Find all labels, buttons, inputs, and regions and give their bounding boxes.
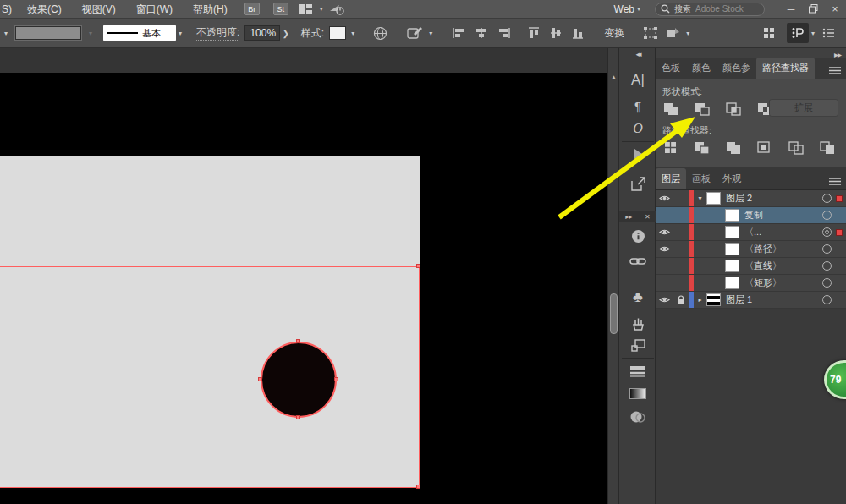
target-circle[interactable] (822, 261, 832, 271)
visibility-toggle-empty[interactable] (656, 258, 673, 274)
bounding-box-icon[interactable] (640, 23, 662, 43)
more-chevron-icon[interactable]: ▾ (686, 30, 689, 37)
visibility-toggle-empty[interactable] (656, 275, 673, 291)
tab-artboards[interactable]: 画板 (686, 168, 717, 189)
close-group-icon[interactable]: ✕ (645, 213, 651, 221)
anchor-point[interactable] (416, 264, 420, 268)
lock-toggle-empty[interactable] (673, 241, 689, 257)
workspace-switcher[interactable]: Web▾ (614, 3, 643, 15)
document-setup-globe-icon[interactable] (369, 23, 391, 43)
layer-row[interactable]: ▸图层 1 (656, 292, 846, 309)
layer-thumbnail[interactable] (725, 243, 739, 255)
target-circle[interactable] (822, 244, 832, 254)
align-bottom-icon[interactable] (567, 23, 589, 43)
panel-menu-icon[interactable] (829, 67, 841, 79)
character-panel-icon[interactable]: A| (619, 72, 656, 89)
panel-menu-icon[interactable] (829, 178, 841, 189)
layer-row[interactable]: 〈路径〉 (656, 241, 846, 258)
lock-icon[interactable] (673, 292, 689, 308)
gradient-panel-icon[interactable] (619, 388, 656, 402)
shape-chevron-icon[interactable]: ▾ (429, 30, 432, 37)
opacity-label[interactable]: 不透明度: (196, 25, 239, 41)
links-panel-icon[interactable] (619, 256, 656, 266)
tab-layers[interactable]: 图层 (656, 168, 686, 189)
isolate-selection-icon[interactable] (662, 23, 684, 43)
expander-right[interactable]: ▸ (694, 296, 706, 304)
menu-view[interactable]: 视图(V) (72, 0, 126, 19)
target-circle[interactable] (822, 194, 832, 203)
layer-row[interactable]: ▾图层 2 (656, 190, 846, 207)
opacity-expand-icon[interactable]: ❯ (282, 29, 288, 38)
lock-toggle-empty[interactable] (673, 190, 689, 206)
transparency-panel-icon[interactable] (619, 410, 656, 424)
tab-color[interactable]: 颜色 (686, 58, 717, 79)
fill-color-swatch[interactable] (15, 26, 81, 40)
menu-select[interactable]: S) (0, 0, 17, 19)
properties-panel-icon[interactable] (787, 23, 809, 43)
restore-button[interactable] (802, 0, 824, 19)
layer-name[interactable]: 〈路径〉 (744, 243, 782, 255)
stroke-style-selector[interactable]: 基本 (103, 25, 176, 41)
align-right-icon[interactable] (492, 23, 514, 43)
artboards-panel-icon[interactable] (619, 339, 656, 352)
tab-appearance[interactable]: 外观 (717, 168, 747, 189)
transform-button[interactable]: 变换 (604, 26, 624, 41)
lock-toggle-empty[interactable] (673, 224, 689, 240)
visibility-toggle-empty[interactable] (656, 207, 673, 223)
layer-name[interactable]: 〈直线〉 (744, 260, 782, 272)
black-circle-shape[interactable] (261, 342, 337, 418)
target-circle[interactable] (822, 278, 832, 288)
layer-thumbnail[interactable] (725, 226, 739, 238)
crop-icon[interactable] (755, 139, 775, 156)
visibility-eye-icon[interactable] (656, 292, 673, 308)
style-chevron-icon[interactable]: ▾ (351, 30, 354, 37)
align-left-icon[interactable] (448, 23, 470, 43)
menu-effect[interactable]: 效果(C) (17, 0, 72, 19)
anchor-point[interactable] (296, 415, 300, 419)
outline-icon[interactable] (786, 139, 806, 156)
layer-name[interactable]: 图层 1 (726, 293, 752, 306)
brushes-panel-icon[interactable] (619, 317, 656, 331)
panel-list-icon[interactable] (817, 23, 839, 43)
minimize-button[interactable]: ─ (780, 0, 802, 19)
shape-properties-icon[interactable] (404, 23, 426, 43)
artboard[interactable] (0, 156, 420, 488)
layer-row[interactable]: 〈... (656, 224, 846, 241)
align-middle-icon[interactable] (545, 23, 567, 43)
opentype-panel-icon[interactable]: O (619, 121, 656, 136)
divide-icon[interactable] (661, 139, 681, 156)
actions-panel-icon[interactable] (619, 148, 656, 160)
layer-row[interactable]: 复制 (656, 207, 846, 224)
fill-chevron-icon[interactable]: ▾ (4, 30, 8, 37)
minus-front-icon[interactable] (692, 100, 712, 118)
paragraph-panel-icon[interactable]: ¶ (619, 99, 656, 113)
lock-toggle-empty[interactable] (673, 275, 689, 291)
target-circle[interactable] (822, 211, 832, 220)
layer-row[interactable]: 〈矩形〉 (656, 275, 846, 292)
tab-swatches[interactable]: 色板 (656, 58, 686, 79)
align-center-icon[interactable] (470, 23, 492, 43)
lock-toggle-empty[interactable] (673, 258, 689, 274)
align-top-icon[interactable] (523, 23, 545, 43)
stroke-chevron-icon[interactable]: ▾ (179, 30, 182, 37)
visibility-eye-icon[interactable] (656, 241, 673, 257)
lock-toggle-empty[interactable] (673, 207, 689, 223)
layer-thumbnail[interactable] (725, 209, 739, 222)
layer-name[interactable]: 图层 2 (726, 192, 752, 205)
target-circle[interactable] (822, 227, 832, 237)
properties-chevron-icon[interactable]: ▾ (811, 30, 815, 37)
tab-pathfinder[interactable]: 路径查找器 (756, 58, 815, 79)
chevron-down-icon[interactable]: ▾ (320, 5, 323, 13)
scrollbar-thumb[interactable] (610, 293, 618, 334)
anchor-point[interactable] (416, 485, 420, 489)
tab-color-guide[interactable]: 颜色参 (717, 58, 756, 79)
opacity-input[interactable]: 100% (244, 25, 280, 41)
workspace-grid-icon[interactable] (758, 23, 780, 43)
layer-thumbnail[interactable] (725, 260, 739, 272)
anchor-point[interactable] (334, 377, 338, 381)
expander-down[interactable]: ▾ (694, 194, 706, 202)
unite-icon[interactable] (661, 100, 681, 118)
merge-icon[interactable] (723, 139, 744, 156)
menu-help[interactable]: 帮助(H) (183, 0, 238, 19)
layer-row[interactable]: 〈直线〉 (656, 258, 846, 275)
